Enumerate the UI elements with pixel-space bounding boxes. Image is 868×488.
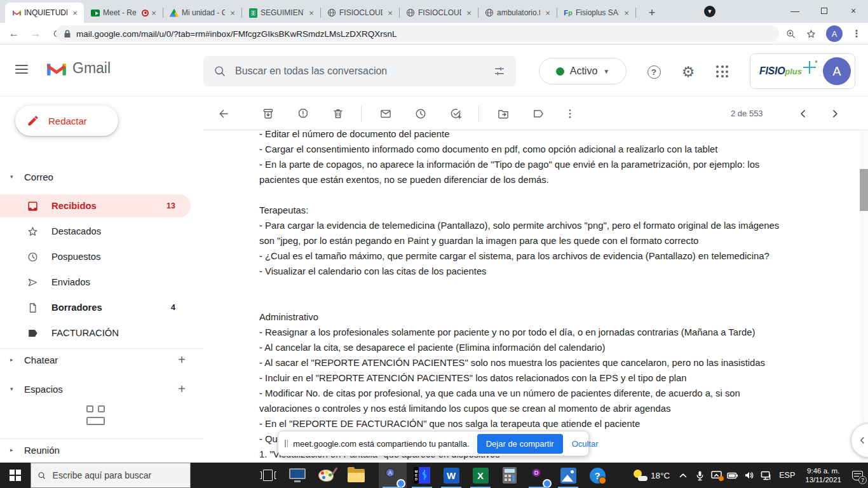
archive-icon[interactable]	[256, 102, 280, 126]
more-options-icon[interactable]	[558, 102, 582, 126]
back-to-inbox-icon[interactable]	[212, 102, 236, 126]
search-options-icon[interactable]	[493, 65, 506, 78]
this-pc-button[interactable]	[283, 463, 311, 488]
tab-inquietudes[interactable]: INQUIETUDES ×	[5, 3, 84, 23]
help-app-button[interactable]: ?	[583, 463, 611, 488]
file-explorer-button[interactable]	[342, 463, 370, 488]
account-avatar[interactable]: A	[823, 57, 851, 85]
window-maximize-button[interactable]	[810, 0, 839, 22]
network-icon[interactable]	[757, 463, 774, 488]
tab-close-icon[interactable]: ×	[149, 8, 159, 18]
bookmark-star-icon[interactable]	[802, 25, 820, 43]
mark-unread-icon[interactable]	[374, 102, 398, 126]
tab-fisiocloud-2[interactable]: FISIOCLOUD W ×	[399, 3, 478, 23]
new-space-icon[interactable]: +	[178, 382, 186, 396]
window-close-button[interactable]: ×	[839, 0, 868, 22]
back-icon[interactable]: ←	[5, 25, 23, 43]
gmail-search-bar[interactable]	[203, 56, 516, 86]
help-button[interactable]: ?	[641, 59, 667, 85]
tab-close-icon[interactable]: ×	[227, 8, 238, 18]
tab-meet[interactable]: Meet - Re ×	[84, 3, 163, 23]
word-button[interactable]: W	[437, 463, 465, 488]
start-button[interactable]	[0, 463, 31, 488]
status-label: Activo	[570, 65, 598, 77]
forward-icon[interactable]: →	[27, 25, 44, 43]
gmail-logo[interactable]: Gmail	[46, 60, 111, 77]
snooze-icon[interactable]	[409, 102, 433, 126]
photos-button[interactable]	[554, 463, 582, 488]
show-hidden-icons-chevron[interactable]	[675, 463, 691, 488]
sidebar-item-destacados[interactable]: Destacados	[0, 220, 191, 243]
chrome-profile-d-button[interactable]: D	[525, 463, 553, 488]
battery-icon[interactable]	[724, 463, 741, 488]
newer-email-icon[interactable]	[791, 102, 815, 126]
microphone-icon[interactable]	[691, 463, 708, 488]
move-to-icon[interactable]	[491, 102, 515, 126]
gmail-search-input[interactable]	[234, 65, 485, 78]
sidebar-item-facturacion[interactable]: FACTURACIÓN	[0, 322, 191, 344]
section-chat[interactable]: ▸ Chatear +	[0, 351, 203, 369]
tab-close-icon[interactable]: ×	[70, 8, 80, 18]
section-spaces[interactable]: ▾ Espacios +	[0, 380, 203, 398]
task-view-button[interactable]	[254, 463, 282, 488]
workspace-brand-badge[interactable]: FISIOplus A	[750, 53, 855, 89]
add-to-tasks-icon[interactable]	[444, 102, 468, 126]
weather-widget[interactable]: 18°C	[628, 463, 675, 488]
clock-widget[interactable]: 9:46 a. m. 13/11/2021	[800, 463, 846, 488]
screen-sharing-icon[interactable]	[708, 463, 724, 488]
tab-ambulatorio[interactable]: ambulatorio.f ×	[478, 3, 557, 23]
paint-button[interactable]	[313, 463, 341, 488]
browser-menu-icon[interactable]: ⋮	[848, 25, 865, 43]
scrollbar-thumb[interactable]	[860, 169, 868, 211]
taskbar-search-input[interactable]	[51, 470, 184, 481]
tab-drive[interactable]: Mi unidad - G ×	[163, 3, 241, 23]
browser-profile-avatar[interactable]: A	[826, 25, 843, 42]
compose-button[interactable]: Redactar	[15, 105, 118, 136]
volume-icon[interactable]	[741, 463, 757, 488]
excel-button[interactable]: X	[466, 463, 494, 488]
tab-fisioplus[interactable]: Fp Fisioplus SAS ×	[557, 3, 635, 23]
sidebar-item-borradores[interactable]: Borradores 4	[0, 296, 191, 319]
report-spam-icon[interactable]	[291, 102, 315, 126]
language-indicator[interactable]: ESP	[774, 463, 800, 488]
chevron-right-icon[interactable]: ▸	[10, 356, 17, 363]
media-control-button[interactable]: ▼	[704, 6, 715, 17]
main-menu-icon[interactable]	[15, 65, 28, 74]
new-tab-button[interactable]: +	[643, 4, 661, 22]
sidebar-item-pospuestos[interactable]: Pospuestos	[0, 245, 191, 268]
weather-icon	[634, 470, 648, 481]
section-mail[interactable]: ▾ Correo	[0, 168, 203, 186]
chrome-profile-a-button[interactable]: A	[379, 463, 407, 488]
chevron-right-icon[interactable]: ▸	[10, 447, 17, 453]
med-app-button[interactable]: MED	[408, 463, 436, 488]
window-minimize-button[interactable]: —	[780, 0, 810, 22]
tab-seguimiento[interactable]: SEGUIMIENTO ×	[241, 3, 320, 23]
drag-handle-icon[interactable]	[285, 440, 288, 447]
tab-fisiocloud-1[interactable]: FISIOCLOUD ×	[320, 3, 399, 23]
tab-close-icon[interactable]: ×	[543, 8, 553, 18]
settings-gear-icon[interactable]: ⚙	[675, 59, 701, 85]
new-chat-icon[interactable]: +	[178, 353, 186, 367]
availability-status-selector[interactable]: Activo ▼	[539, 58, 627, 85]
taskbar-search-box[interactable]	[31, 463, 191, 488]
older-email-icon[interactable]	[823, 102, 847, 126]
tab-close-icon[interactable]: ×	[621, 8, 632, 18]
chevron-down-icon[interactable]: ▾	[10, 173, 17, 180]
section-meet[interactable]: ▸ Reunión	[0, 441, 203, 459]
tab-close-icon[interactable]: ×	[385, 8, 395, 18]
sidebar-item-recibidos[interactable]: Recibidos 13	[0, 194, 191, 217]
labels-icon[interactable]	[526, 102, 550, 126]
chevron-down-icon[interactable]: ▾	[10, 386, 17, 392]
action-center-button[interactable]: 7	[846, 463, 868, 488]
email-line: - Editar el número de documento del paci…	[259, 130, 858, 142]
zoom-indicator-icon[interactable]	[782, 25, 799, 43]
sidebar-item-enviados[interactable]: Enviados	[0, 271, 191, 294]
tab-close-icon[interactable]: ×	[464, 8, 474, 18]
stop-sharing-button[interactable]: Dejar de compartir	[477, 434, 563, 454]
hide-banner-link[interactable]: Ocultar	[572, 439, 599, 449]
google-apps-grid-icon[interactable]	[710, 59, 735, 85]
calculator-button[interactable]	[496, 463, 524, 488]
address-bar[interactable]: mail.google.com/mail/u/0/?tab=rm#inbox/F…	[56, 25, 779, 42]
tab-close-icon[interactable]: ×	[306, 8, 316, 18]
delete-icon[interactable]	[326, 102, 350, 126]
